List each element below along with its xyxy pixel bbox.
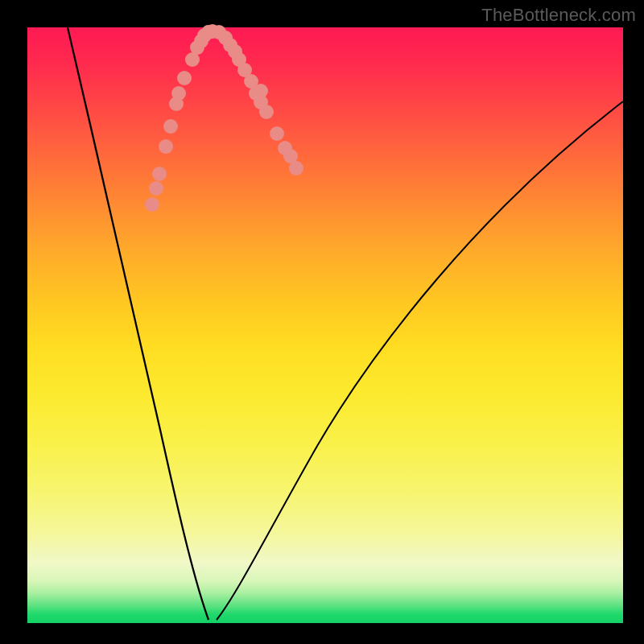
data-point	[177, 71, 192, 85]
curve-group	[68, 27, 623, 620]
data-point	[228, 44, 242, 59]
data-point	[254, 84, 268, 98]
data-point	[171, 86, 186, 101]
data-point	[145, 197, 159, 212]
data-point	[149, 181, 163, 196]
data-point	[163, 119, 178, 134]
right-curve	[217, 101, 623, 620]
marker-group	[145, 24, 303, 212]
data-point	[259, 105, 274, 119]
chart-svg	[27, 27, 623, 623]
chart-frame: TheBottleneck.com	[0, 0, 644, 644]
plot-area	[27, 27, 623, 623]
watermark-text: TheBottleneck.com	[481, 5, 636, 26]
data-point	[152, 167, 167, 181]
left-curve	[68, 27, 208, 620]
data-point	[159, 139, 173, 154]
data-point	[270, 126, 284, 141]
data-point	[289, 161, 303, 175]
